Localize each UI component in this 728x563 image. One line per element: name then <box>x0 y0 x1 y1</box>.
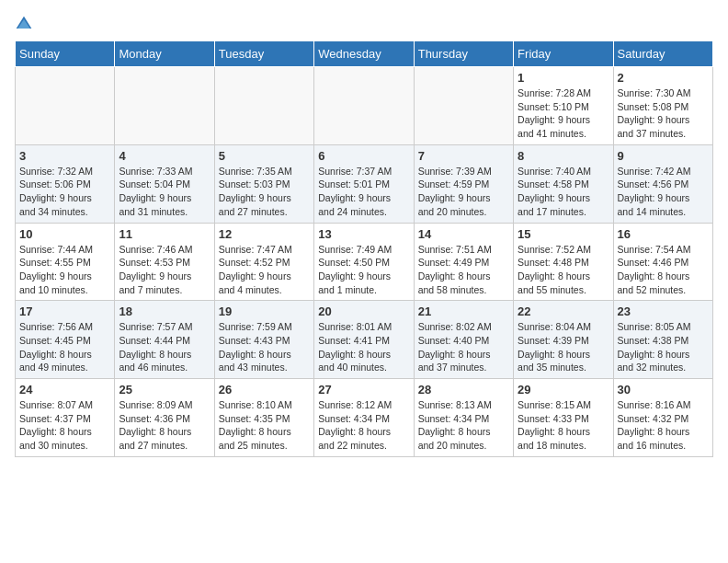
day-info: Sunrise: 8:13 AM Sunset: 4:34 PM Dayligh… <box>418 398 509 453</box>
day-info: Sunrise: 8:16 AM Sunset: 4:32 PM Dayligh… <box>618 398 709 453</box>
day-number: 17 <box>19 304 110 318</box>
weekday-header-friday: Friday <box>514 41 613 67</box>
day-info: Sunrise: 7:44 AM Sunset: 4:55 PM Dayligh… <box>19 243 110 297</box>
weekday-header-thursday: Thursday <box>414 41 513 67</box>
calendar-header-row: SundayMondayTuesdayWednesdayThursdayFrid… <box>16 41 713 67</box>
day-info: Sunrise: 8:04 AM Sunset: 4:39 PM Dayligh… <box>518 320 609 374</box>
day-info: Sunrise: 8:09 AM Sunset: 4:36 PM Dayligh… <box>119 398 210 453</box>
weekday-header-wednesday: Wednesday <box>314 41 414 67</box>
day-info: Sunrise: 7:49 AM Sunset: 4:50 PM Dayligh… <box>318 243 409 297</box>
day-number: 30 <box>618 383 709 396</box>
day-info: Sunrise: 7:30 AM Sunset: 5:08 PM Dayligh… <box>618 86 709 141</box>
calendar-cell: 9Sunrise: 7:42 AM Sunset: 4:56 PM Daylig… <box>613 144 712 223</box>
weekday-header-saturday: Saturday <box>613 41 712 67</box>
page-header <box>15 15 713 33</box>
day-info: Sunrise: 7:47 AM Sunset: 4:52 PM Dayligh… <box>219 243 310 297</box>
calendar-week-row: 24Sunrise: 8:07 AM Sunset: 4:37 PM Dayli… <box>16 379 713 457</box>
calendar-cell: 7Sunrise: 7:39 AM Sunset: 4:59 PM Daylig… <box>414 144 513 223</box>
day-number: 9 <box>618 149 709 163</box>
day-info: Sunrise: 7:37 AM Sunset: 5:01 PM Dayligh… <box>318 165 409 219</box>
logo <box>15 15 37 33</box>
calendar-cell: 1Sunrise: 7:28 AM Sunset: 5:10 PM Daylig… <box>514 67 613 145</box>
day-number: 13 <box>318 227 409 241</box>
calendar-cell: 13Sunrise: 7:49 AM Sunset: 4:50 PM Dayli… <box>314 223 414 301</box>
day-number: 1 <box>518 71 609 85</box>
calendar-cell: 14Sunrise: 7:51 AM Sunset: 4:49 PM Dayli… <box>414 223 513 301</box>
calendar-cell: 20Sunrise: 8:01 AM Sunset: 4:41 PM Dayli… <box>314 301 414 379</box>
day-info: Sunrise: 8:01 AM Sunset: 4:41 PM Dayligh… <box>318 320 409 374</box>
calendar-cell: 5Sunrise: 7:35 AM Sunset: 5:03 PM Daylig… <box>214 144 313 223</box>
day-info: Sunrise: 8:10 AM Sunset: 4:35 PM Dayligh… <box>219 398 310 453</box>
day-info: Sunrise: 7:56 AM Sunset: 4:45 PM Dayligh… <box>19 320 110 374</box>
calendar-cell: 29Sunrise: 8:15 AM Sunset: 4:33 PM Dayli… <box>514 379 613 457</box>
day-info: Sunrise: 7:51 AM Sunset: 4:49 PM Dayligh… <box>418 243 509 297</box>
day-number: 11 <box>119 227 210 241</box>
calendar-cell: 21Sunrise: 8:02 AM Sunset: 4:40 PM Dayli… <box>414 301 513 379</box>
calendar-cell: 23Sunrise: 8:05 AM Sunset: 4:38 PM Dayli… <box>613 301 712 379</box>
day-number: 10 <box>19 227 110 241</box>
day-number: 2 <box>618 71 709 85</box>
calendar-cell: 3Sunrise: 7:32 AM Sunset: 5:06 PM Daylig… <box>16 144 115 223</box>
day-number: 24 <box>19 383 110 396</box>
calendar-cell <box>214 67 313 145</box>
calendar-week-row: 17Sunrise: 7:56 AM Sunset: 4:45 PM Dayli… <box>16 301 713 379</box>
calendar-cell: 12Sunrise: 7:47 AM Sunset: 4:52 PM Dayli… <box>214 223 313 301</box>
day-info: Sunrise: 7:54 AM Sunset: 4:46 PM Dayligh… <box>618 243 709 297</box>
calendar-week-row: 10Sunrise: 7:44 AM Sunset: 4:55 PM Dayli… <box>16 223 713 301</box>
weekday-header-monday: Monday <box>115 41 214 67</box>
calendar-cell: 26Sunrise: 8:10 AM Sunset: 4:35 PM Dayli… <box>214 379 313 457</box>
day-number: 4 <box>119 149 210 163</box>
calendar-cell: 22Sunrise: 8:04 AM Sunset: 4:39 PM Dayli… <box>514 301 613 379</box>
calendar-cell: 10Sunrise: 7:44 AM Sunset: 4:55 PM Dayli… <box>16 223 115 301</box>
day-info: Sunrise: 7:39 AM Sunset: 4:59 PM Dayligh… <box>418 165 509 219</box>
day-number: 3 <box>19 149 110 163</box>
day-number: 18 <box>119 304 210 318</box>
day-number: 5 <box>219 149 310 163</box>
day-number: 29 <box>518 383 609 396</box>
day-info: Sunrise: 7:32 AM Sunset: 5:06 PM Dayligh… <box>19 165 110 219</box>
weekday-header-tuesday: Tuesday <box>214 41 313 67</box>
day-number: 15 <box>518 227 609 241</box>
day-info: Sunrise: 7:57 AM Sunset: 4:44 PM Dayligh… <box>119 320 210 374</box>
day-number: 16 <box>618 227 709 241</box>
calendar-cell: 4Sunrise: 7:33 AM Sunset: 5:04 PM Daylig… <box>115 144 214 223</box>
day-number: 6 <box>318 149 409 163</box>
day-info: Sunrise: 7:40 AM Sunset: 4:58 PM Dayligh… <box>518 165 609 219</box>
day-info: Sunrise: 7:52 AM Sunset: 4:48 PM Dayligh… <box>518 243 609 297</box>
calendar-cell: 19Sunrise: 7:59 AM Sunset: 4:43 PM Dayli… <box>214 301 313 379</box>
day-number: 14 <box>418 227 509 241</box>
day-number: 27 <box>318 383 409 396</box>
day-info: Sunrise: 8:02 AM Sunset: 4:40 PM Dayligh… <box>418 320 509 374</box>
calendar-cell <box>414 67 513 145</box>
day-info: Sunrise: 7:35 AM Sunset: 5:03 PM Dayligh… <box>219 165 310 219</box>
calendar-cell: 18Sunrise: 7:57 AM Sunset: 4:44 PM Dayli… <box>115 301 214 379</box>
day-number: 25 <box>119 383 210 396</box>
calendar-cell: 30Sunrise: 8:16 AM Sunset: 4:32 PM Dayli… <box>613 379 712 457</box>
calendar-cell: 15Sunrise: 7:52 AM Sunset: 4:48 PM Dayli… <box>514 223 613 301</box>
calendar-cell: 28Sunrise: 8:13 AM Sunset: 4:34 PM Dayli… <box>414 379 513 457</box>
calendar-table: SundayMondayTuesdayWednesdayThursdayFrid… <box>15 40 713 457</box>
logo-icon <box>15 15 33 33</box>
weekday-header-sunday: Sunday <box>16 41 115 67</box>
calendar-cell: 16Sunrise: 7:54 AM Sunset: 4:46 PM Dayli… <box>613 223 712 301</box>
day-number: 7 <box>418 149 509 163</box>
calendar-cell <box>115 67 214 145</box>
day-number: 21 <box>418 304 509 318</box>
day-info: Sunrise: 7:42 AM Sunset: 4:56 PM Dayligh… <box>618 165 709 219</box>
day-number: 28 <box>418 383 509 396</box>
day-number: 23 <box>618 304 709 318</box>
day-number: 22 <box>518 304 609 318</box>
calendar-cell: 6Sunrise: 7:37 AM Sunset: 5:01 PM Daylig… <box>314 144 414 223</box>
calendar-cell: 8Sunrise: 7:40 AM Sunset: 4:58 PM Daylig… <box>514 144 613 223</box>
day-info: Sunrise: 7:28 AM Sunset: 5:10 PM Dayligh… <box>518 86 609 141</box>
calendar-cell: 27Sunrise: 8:12 AM Sunset: 4:34 PM Dayli… <box>314 379 414 457</box>
day-number: 20 <box>318 304 409 318</box>
calendar-cell <box>16 67 115 145</box>
day-info: Sunrise: 7:46 AM Sunset: 4:53 PM Dayligh… <box>119 243 210 297</box>
calendar-cell: 2Sunrise: 7:30 AM Sunset: 5:08 PM Daylig… <box>613 67 712 145</box>
day-info: Sunrise: 8:05 AM Sunset: 4:38 PM Dayligh… <box>618 320 709 374</box>
day-info: Sunrise: 8:07 AM Sunset: 4:37 PM Dayligh… <box>19 398 110 453</box>
calendar-cell: 17Sunrise: 7:56 AM Sunset: 4:45 PM Dayli… <box>16 301 115 379</box>
calendar-week-row: 1Sunrise: 7:28 AM Sunset: 5:10 PM Daylig… <box>16 67 713 145</box>
calendar-cell: 24Sunrise: 8:07 AM Sunset: 4:37 PM Dayli… <box>16 379 115 457</box>
